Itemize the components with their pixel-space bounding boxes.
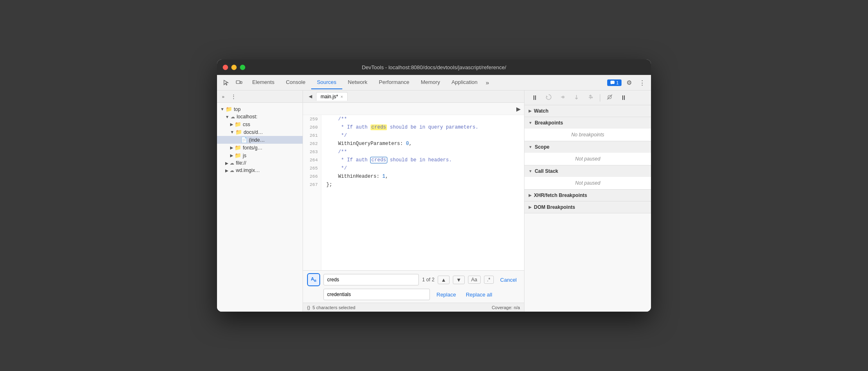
editor-toolbar: ▶ [303,103,524,115]
tree-label: localhost: [237,114,258,120]
tree-item-js[interactable]: ▶ 📁 js [217,152,303,159]
code-line-267: }; [326,181,519,189]
chevron-right-icon: ▶ [230,122,233,127]
tree-label: top [234,106,241,112]
cloud-icon: ☁ [230,168,234,173]
sidebar-menu-button[interactable]: ⋮ [229,93,238,100]
window-title: DevTools - localhost:8080/docs/devtools/… [362,64,506,70]
regex-button[interactable]: .* [484,276,494,284]
maximize-button[interactable] [240,65,245,70]
line-num: 262 [303,140,321,148]
chevron-down-icon: ▼ [529,145,532,149]
close-button[interactable] [223,65,228,70]
ab-icon: AB [311,276,316,283]
find-prev-button[interactable]: ▲ [438,276,450,284]
find-input[interactable] [323,274,419,285]
settings-button[interactable]: ⚙ [624,77,634,88]
folder-icon: 📁 [235,129,242,135]
tree-item-file[interactable]: ▶ ☁ file:// [217,159,303,167]
status-bar: {} 5 characters selected Coverage: n/a [303,303,524,312]
scope-section: ▼ Scope Not paused [524,141,651,165]
cloud-icon: ☁ [231,114,235,120]
find-replace-toggle-button[interactable]: AB [307,273,320,286]
menu-button[interactable]: ⋮ [637,77,648,88]
tree-item-imgix[interactable]: ▶ ☁ wd.imgix… [217,167,303,174]
tab-console[interactable]: Console [280,76,311,89]
step-into-icon [573,94,580,100]
code-container[interactable]: 259 260 261 262 263 264 265 266 267 /** … [303,115,524,270]
code-line-264: * If auth creds should be in headers. [326,156,519,164]
tab-performance[interactable]: Performance [373,76,415,89]
tab-elements[interactable]: Elements [246,76,280,89]
call-stack-header[interactable]: ▼ Call Stack [524,165,651,177]
watch-label: Watch [534,108,549,114]
sidebar-more-button[interactable]: » [220,93,226,100]
chevron-right-icon: ▶ [225,161,228,165]
right-panel: ⏸ [524,90,651,312]
watch-header[interactable]: ▶ Watch [524,105,651,117]
scope-not-paused-text: Not paused [575,156,600,162]
breakpoints-section: ▼ Breakpoints No breakpoints [524,117,651,141]
tree-item-docs[interactable]: ▼ 📁 docs/d… [217,128,303,136]
tree-item-index[interactable]: 📄 (inde… [217,136,303,144]
tree-item-fonts[interactable]: ▶ 📁 fonts/g… [217,144,303,152]
scope-label: Scope [535,144,549,150]
collapse-sources-button[interactable]: ◀ [306,92,314,101]
match-case-button[interactable]: Aa [468,276,481,284]
replace-row: Replace Replace all [307,289,520,300]
bracket-icon: {} [307,305,310,310]
dom-breakpoints-header[interactable]: ▶ DOM Breakpoints [524,201,651,213]
inspect-element-button[interactable] [220,78,232,88]
search-highlight: creds [371,124,387,130]
tree-label: (inde… [249,137,265,143]
tree-label: css [243,122,250,127]
file-tab-label: main.js* [321,94,338,100]
xhr-breakpoints-header[interactable]: ▶ XHR/fetch Breakpoints [524,190,651,201]
replace-input[interactable] [323,289,430,300]
code-line-265: */ [326,164,519,172]
notification-badge[interactable]: 1 [607,79,622,86]
tree-item-top[interactable]: ▼ 📁 top [217,105,303,113]
code-line-266: WithinHeaders: 1, [326,172,519,181]
tab-application[interactable]: Application [446,76,484,89]
deactivate-breakpoints-button[interactable] [604,93,615,103]
devtools-toolbar: Elements Console Sources Network Perform… [217,75,651,90]
svg-rect-0 [236,81,240,84]
tab-memory[interactable]: Memory [415,76,446,89]
find-replace-bar: AB 1 of 2 ▲ ▼ Aa .* Cancel Replace Repla… [303,270,524,303]
svg-rect-1 [240,81,242,84]
tab-network[interactable]: Network [342,76,373,89]
cancel-find-button[interactable]: Cancel [497,276,520,284]
minimize-button[interactable] [231,65,237,70]
chevron-right-icon: ▶ [230,145,233,150]
step-over-button[interactable] [557,93,568,103]
more-tabs-button[interactable]: » [483,77,491,88]
code-line-261: */ [326,131,519,140]
pause-on-exceptions-button[interactable]: ⏸ [618,93,629,102]
resume-button[interactable] [543,93,554,103]
tree-item-localhost[interactable]: ▼ ☁ localhost: [217,113,303,120]
devtools-window: DevTools - localhost:8080/docs/devtools/… [217,59,651,312]
tree-item-css[interactable]: ▶ 📁 css [217,120,303,128]
tab-sources[interactable]: Sources [311,76,342,89]
find-next-button[interactable]: ▼ [453,276,465,284]
breakpoints-content: No breakpoints [524,129,651,141]
step-out-button[interactable] [585,93,596,103]
chevron-right-icon: ▶ [529,109,531,113]
breakpoints-header[interactable]: ▼ Breakpoints [524,117,651,129]
file-icon: 📄 [241,137,247,143]
device-toggle-button[interactable] [233,78,245,88]
folder-icon: 📁 [235,152,241,158]
step-into-button[interactable] [571,93,582,103]
editor-tab-bar: ◀ main.js* × [303,90,524,103]
replace-button[interactable]: Replace [433,291,459,299]
replace-all-button[interactable]: Replace all [463,291,495,299]
chevron-right-icon: ▶ [225,168,228,173]
scope-header[interactable]: ▼ Scope [524,141,651,153]
code-number: 1 [382,174,385,179]
run-snippet-button[interactable]: ▶ [516,106,521,112]
file-tab-main-js[interactable]: main.js* × [316,92,348,101]
close-tab-button[interactable]: × [341,95,343,99]
pause-button[interactable]: ⏸ [529,93,540,102]
chevron-down-icon: ▼ [230,130,234,134]
